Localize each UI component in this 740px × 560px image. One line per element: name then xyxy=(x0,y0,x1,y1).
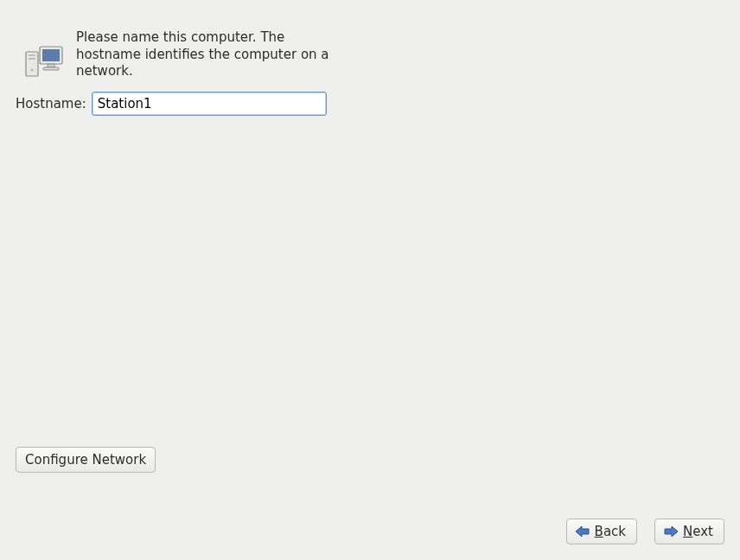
svg-rect-1 xyxy=(29,54,35,56)
network-computer-icon xyxy=(24,41,66,83)
svg-rect-5 xyxy=(42,49,60,61)
next-button[interactable]: Next xyxy=(654,519,724,544)
hostname-label: Hostname: xyxy=(16,96,86,111)
back-button-label: Back xyxy=(595,524,626,539)
hostname-input[interactable] xyxy=(92,92,327,116)
svg-rect-7 xyxy=(43,67,59,70)
next-button-label: Next xyxy=(683,524,713,539)
svg-rect-6 xyxy=(48,64,54,67)
arrow-left-icon xyxy=(574,525,591,538)
arrow-right-icon xyxy=(662,525,679,538)
svg-point-3 xyxy=(30,68,34,72)
svg-rect-2 xyxy=(29,58,35,60)
configure-network-button[interactable]: Configure Network xyxy=(16,447,156,473)
instruction-text: Please name this computer. The hostname … xyxy=(76,29,335,80)
back-button[interactable]: Back xyxy=(566,519,637,544)
